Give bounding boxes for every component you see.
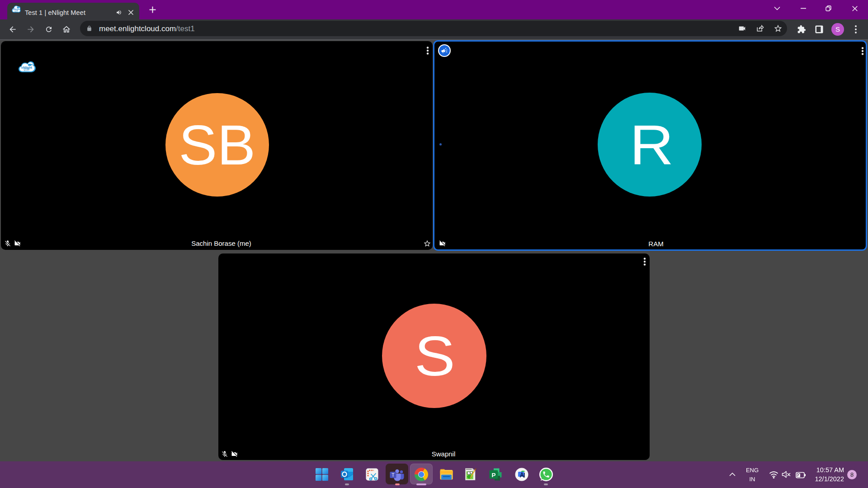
svg-text:meet: meet — [24, 70, 29, 71]
svg-text:P: P — [491, 472, 495, 479]
svg-text:eNlight: eNlight — [21, 66, 32, 70]
svg-text:meet: meet — [14, 11, 18, 12]
svg-text:eNlight: eNlight — [13, 8, 19, 10]
svg-text:T: T — [392, 472, 395, 478]
